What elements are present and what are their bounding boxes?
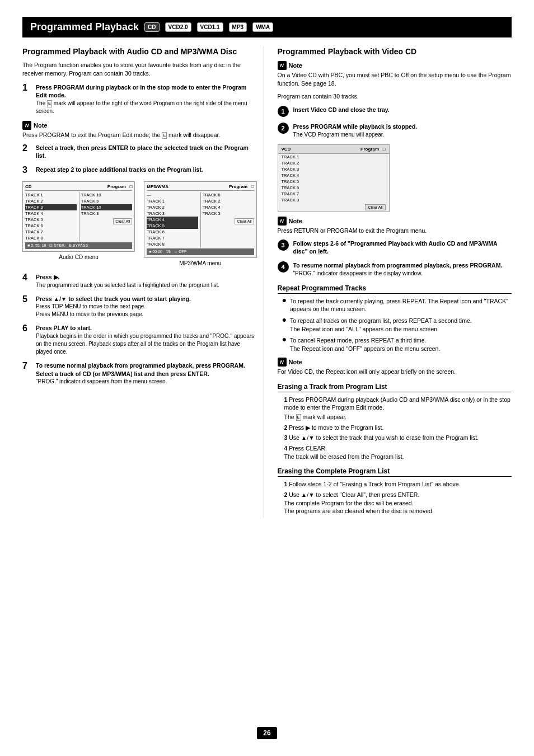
mp3-track: ▽3: [166, 250, 171, 254]
note-label-right-1: N Note: [278, 61, 512, 70]
mp3-folder: ---: [147, 192, 198, 198]
page: Programmed Playback CD VCD2.0 VCD1.1 MP3…: [0, 0, 534, 756]
step-4: 4 Press ▶. The programmed track you sele…: [22, 273, 257, 289]
step-2-content: Select a track, then press ENTER to plac…: [36, 144, 257, 160]
vcd-header-right: Program □: [360, 147, 385, 152]
step-3-content: Repeat step 2 to place additional tracks…: [36, 166, 257, 174]
mp3-row-5: TRACK 5: [147, 223, 198, 229]
cd-menu-screen: CD Program □ TRACK 1 TRACK 2 TRACK 3 TRA…: [22, 181, 135, 252]
badge-cd: CD: [144, 22, 159, 32]
mp3-menu-right-col: TRACK 8 TRACK 2 TRACK 4 TRACK 3 Clear Al…: [200, 192, 254, 247]
note-box-1: N Note Press PROGRAM to exit the Program…: [22, 121, 257, 139]
cd-menu-header: CD Program □: [25, 184, 132, 191]
right-step-3-num: 3: [278, 240, 289, 251]
mp3-row-8: TRACK 8: [147, 241, 198, 247]
mp3-time: ■ 00:00: [149, 250, 162, 254]
bullet-1: ● To repeat the track currently playing,…: [282, 297, 512, 313]
erase-complete-title: Erasing the Complete Program List: [278, 467, 512, 477]
step-6-content: Press PLAY to start. Playback begins in …: [36, 324, 257, 356]
erase-complete-num-2: 2: [284, 491, 289, 498]
mp3-row-6: TRACK 6: [147, 229, 198, 235]
right-step-4-num: 4: [278, 261, 289, 273]
badge-wma: WMA: [252, 22, 273, 32]
left-column: Programmed Playback with Audio CD and MP…: [22, 46, 264, 518]
step-7-content: To resume normal playback from programme…: [36, 361, 257, 386]
step-2-num: 2: [22, 144, 31, 153]
cd-clear-all-btn[interactable]: Clear All: [113, 218, 132, 224]
step-3-title: Repeat step 2 to place additional tracks…: [36, 166, 257, 174]
right-step-4-title: To resume normal playback from programme…: [293, 261, 512, 270]
badge-vcd1: VCD1.1: [197, 22, 223, 32]
right-step-1-title: Insert Video CD and close the tray.: [293, 106, 512, 114]
bullet-2: ● To repeat all tracks on the program li…: [282, 317, 512, 333]
erase-complete-item-1: 1 Follow steps 1-2 of "Erasing a Track f…: [284, 480, 512, 489]
prog-icon-erase: E: [296, 414, 301, 421]
mp3-row-1: TRACK 1: [147, 198, 198, 204]
cd-menu-header-left: CD: [25, 184, 32, 189]
right-step-3-content: Follow steps 2-6 of "Programmed Playback…: [293, 240, 512, 256]
right-step-2-body: The VCD Program menu will appear.: [293, 131, 512, 139]
cd-row-7: TRACK 7: [25, 229, 77, 235]
repeat-section-title: Repeat Programmed Tracks: [278, 284, 512, 294]
bullet-dot-1: ●: [282, 296, 287, 313]
mp3-clear-all-btn[interactable]: Clear All: [235, 218, 254, 224]
step-6-num: 6: [22, 324, 31, 333]
mp3-menu-header: MP3/WMA Program □: [147, 184, 254, 191]
right-step-2-content: Press PROGRAM while playback is stopped.…: [293, 123, 512, 139]
bullet-text-2: To repeat all tracks on the program list…: [290, 317, 472, 333]
erase-track-item-1: 1 Press PROGRAM during playback (Audio C…: [284, 396, 512, 421]
right-step-4-content: To resume normal playback from programme…: [293, 261, 512, 278]
note-icon-1: N: [22, 121, 31, 130]
erase-track-item-2: 2 Press ▶ to move to the Program list.: [284, 424, 512, 432]
step-1-num: 1: [22, 83, 31, 92]
erase-track-text-2: Press ▶ to move to the Program list.: [289, 424, 383, 431]
cd-menu-label: Audio CD menu: [22, 254, 135, 260]
right-step-1-num: 1: [278, 106, 289, 117]
step-7: 7 To resume normal playback from program…: [22, 361, 257, 386]
mp3-row-2: TRACK 2: [147, 204, 198, 210]
step-7-body: "PROG." indicator disappears from the me…: [36, 378, 257, 386]
step-5-num: 5: [22, 295, 31, 304]
right-step-2-title: Press PROGRAM while playback is stopped.: [293, 123, 512, 131]
cd-row-3: TRACK 3: [25, 204, 77, 210]
step-5-content: Press ▲/▼ to select the track you want t…: [36, 295, 257, 319]
badge-vcd2: VCD2.0: [165, 22, 191, 32]
vcd-track-8: TRACK 8: [278, 197, 389, 203]
erase-track-num-2: 2: [284, 424, 289, 431]
mp3-row-7: TRACK 7: [147, 235, 198, 241]
step-7-title: To resume normal playback from programme…: [36, 361, 257, 378]
bullet-dot-3: ●: [282, 335, 287, 353]
mp3-prog-2: TRACK 2: [203, 198, 254, 204]
right-step-3-title: Follow steps 2-6 of "Programmed Playback…: [293, 240, 512, 256]
cd-menu-box: CD Program □ TRACK 1 TRACK 2 TRACK 3 TRA…: [22, 181, 135, 266]
step-4-num: 4: [22, 273, 31, 282]
cd-prog-4: TRACK 3: [81, 210, 133, 217]
cd-row-8: TRACK 8: [25, 235, 77, 241]
step-4-title: Press ▶.: [36, 273, 257, 281]
note-icon-right-1: N: [278, 61, 287, 70]
step-1: 1 Press PROGRAM during playback or in th…: [22, 83, 257, 115]
bullet-dot-2: ●: [282, 316, 287, 333]
right-step-2: 2 Press PROGRAM while playback is stoppe…: [278, 123, 512, 139]
badge-mp3: MP3: [229, 22, 247, 32]
vcd-header-left: VCD: [282, 147, 291, 152]
mp3-menu-header-left: MP3/WMA: [147, 184, 168, 189]
cd-clear-all: Clear All: [81, 219, 133, 224]
page-number: 26: [257, 727, 277, 739]
note-label-repeat: N Note: [278, 358, 512, 367]
step-5: 5 Press ▲/▼ to select the track you want…: [22, 295, 257, 319]
bullet-text-3: To cancel Repeat mode, press REPEAT a th…: [290, 336, 440, 353]
page-header: Programmed Playback CD VCD2.0 VCD1.1 MP3…: [22, 17, 512, 37]
mp3-row-4: TRACK 4: [147, 217, 198, 223]
program-icon-1: E: [47, 100, 52, 107]
note-icon-right-2: N: [278, 217, 287, 226]
erase-complete-list: 1 Follow steps 1-2 of "Erasing a Track f…: [284, 480, 512, 515]
note-label-text-right-2: Note: [289, 218, 302, 224]
repeat-bullet-list: ● To repeat the track currently playing,…: [282, 297, 512, 353]
mp3-menu-label: MP3/WMA menu: [144, 260, 256, 266]
vcd-track-3: TRACK 3: [278, 166, 389, 172]
note-label-text-1: Note: [34, 122, 47, 129]
note-text-1: Press PROGRAM to exit the Program Edit m…: [22, 131, 257, 139]
step-1-body: The E mark will appear to the right of t…: [36, 100, 257, 115]
vcd-clear-all-btn[interactable]: Clear All: [365, 204, 385, 210]
